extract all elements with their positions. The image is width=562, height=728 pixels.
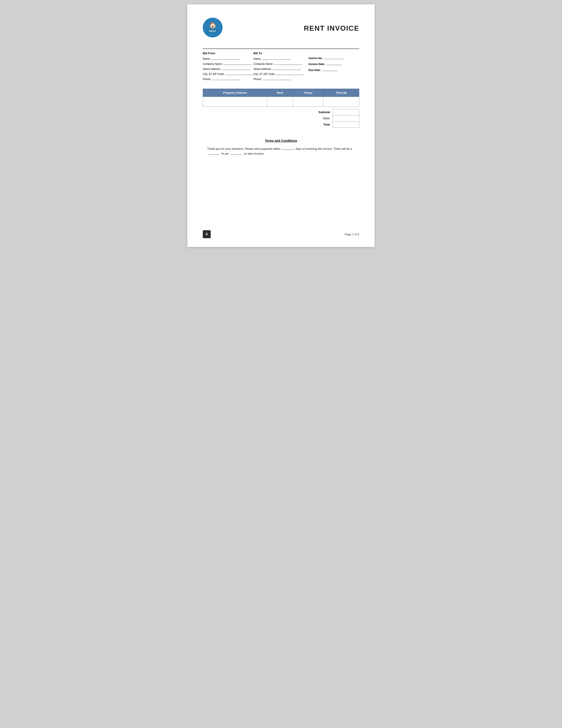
bill-to-heading: Bill To: [254, 52, 304, 55]
terms-section: Terms and Conditions Thank you for your …: [203, 139, 359, 156]
cell-total[interactable]: [323, 97, 359, 107]
house-icon: 🏠: [209, 22, 217, 28]
to-company-field: Company Name:: [254, 62, 304, 66]
from-city-label: City, ST ZIP Code:: [203, 73, 225, 76]
logo-text: RENT: [207, 29, 218, 33]
totals-table: Subtotal Other Total: [315, 109, 359, 128]
terms-title: Terms and Conditions: [265, 139, 297, 142]
to-name-blank[interactable]: [262, 57, 290, 60]
invoice-date-blank[interactable]: [326, 62, 341, 65]
invoice-no-field: Invoice No.: [308, 56, 359, 60]
totals-section: Subtotal Other Total: [203, 109, 359, 128]
terms-text-before: Thank you for your business. Please send…: [207, 147, 281, 150]
title-area: RENT INVOICE: [304, 18, 359, 32]
terms-percent-blank[interactable]: [208, 154, 220, 155]
due-date-field: Due Date:: [308, 68, 359, 72]
table-header-row: Property Address Rent Fee(s) Total ($): [203, 89, 359, 97]
invoice-date-field: Invoice Date:: [308, 62, 359, 66]
doc-icon: ë: [206, 232, 208, 236]
other-label: Other: [315, 115, 333, 122]
bill-to-column: Bill To Name: Company Name: Street Addre…: [254, 52, 304, 82]
col-property-address: Property Address: [203, 89, 267, 97]
to-phone-field: Phone:: [254, 77, 304, 81]
to-name-field: Name:: [254, 57, 304, 60]
total-row: Total: [315, 122, 359, 128]
from-company-blank[interactable]: [223, 62, 252, 65]
invoice-page: 🏠 RENT RENT INVOICE Bill From Name: Comp…: [187, 4, 375, 247]
col-total: Total ($): [323, 89, 359, 97]
table-section: Property Address Rent Fee(s) Total ($): [203, 89, 359, 107]
invoice-no-label: Invoice No.: [308, 57, 323, 60]
from-name-label: Name:: [203, 57, 211, 60]
to-company-label: Company Name:: [254, 62, 273, 66]
cell-rent[interactable]: [267, 97, 293, 107]
total-value[interactable]: [333, 122, 359, 128]
due-date-label: Due Date:: [308, 69, 321, 72]
billing-section: Bill From Name: Company Name: Street Add…: [203, 49, 359, 82]
terms-period-blank[interactable]: [230, 154, 243, 155]
total-label: Total: [315, 122, 333, 128]
other-row: Other: [315, 115, 359, 122]
from-phone-blank[interactable]: [212, 77, 241, 80]
other-value[interactable]: [333, 115, 359, 122]
to-street-blank[interactable]: [272, 67, 301, 70]
bill-from-column: Bill From Name: Company Name: Street Add…: [203, 52, 254, 82]
from-name-blank[interactable]: [211, 57, 240, 60]
to-city-field: City, ST ZIP Code:: [254, 72, 304, 76]
invoice-info-column: Invoice No. Invoice Date: Due Date:: [304, 52, 359, 82]
col-fees: Fee(s): [293, 89, 323, 97]
invoice-title: RENT INVOICE: [304, 24, 359, 32]
terms-text-middle2: % per: [222, 152, 229, 155]
table-row: [203, 97, 359, 107]
terms-text: Thank you for your business. Please send…: [203, 146, 359, 156]
from-company-label: Company Name:: [203, 62, 223, 66]
page-number: Page 1 of 2: [345, 233, 359, 236]
from-street-blank[interactable]: [222, 67, 250, 70]
cell-fees[interactable]: [293, 97, 323, 107]
logo-container: 🏠 RENT: [203, 18, 225, 40]
subtotal-row: Subtotal: [315, 109, 359, 115]
header: 🏠 RENT RENT INVOICE: [203, 18, 359, 40]
from-city-blank[interactable]: [225, 72, 254, 75]
to-street-label: Street Address:: [254, 67, 272, 71]
from-street-label: Street Address:: [203, 67, 221, 71]
invoice-no-blank[interactable]: [324, 56, 343, 59]
from-company-field: Company Name:: [203, 62, 254, 66]
logo-circle: 🏠 RENT: [203, 18, 223, 37]
to-city-blank[interactable]: [276, 72, 304, 75]
subtotal-label: Subtotal: [315, 109, 333, 115]
due-date-blank[interactable]: [322, 68, 337, 71]
terms-text-middle1: days of receiving this invoice. There wi…: [295, 147, 352, 150]
to-phone-blank[interactable]: [263, 77, 291, 80]
from-phone-label: Phone:: [203, 78, 211, 81]
from-city-field: City, ST ZIP Code:: [203, 72, 254, 76]
col-rent: Rent: [267, 89, 293, 97]
invoice-date-label: Invoice Date:: [308, 63, 325, 66]
invoice-table: Property Address Rent Fee(s) Total ($): [203, 89, 359, 107]
to-street-field: Street Address:: [254, 67, 304, 71]
from-name-field: Name:: [203, 57, 254, 60]
to-city-label: City, ST ZIP Code:: [254, 73, 275, 76]
to-company-blank[interactable]: [274, 62, 302, 65]
to-name-label: Name:: [254, 57, 261, 60]
cell-property-address[interactable]: [203, 97, 267, 107]
footer-icon: ë: [203, 230, 211, 238]
subtotal-value[interactable]: [333, 109, 359, 115]
terms-text-after: on late invoices.: [244, 152, 265, 155]
to-phone-label: Phone:: [254, 78, 262, 81]
from-street-field: Street Address:: [203, 67, 254, 71]
bill-from-heading: Bill From: [203, 52, 254, 55]
from-phone-field: Phone:: [203, 77, 254, 81]
page-footer: ë Page 1 of 2: [203, 230, 359, 238]
